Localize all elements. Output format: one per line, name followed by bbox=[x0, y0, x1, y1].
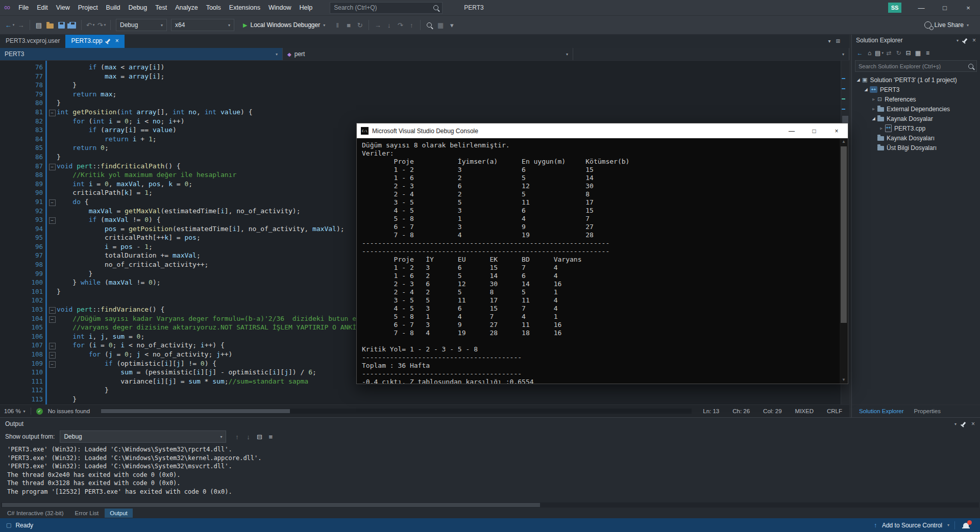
solution-platform-dropdown[interactable]: x64▾ bbox=[171, 19, 234, 31]
filter-node-kaynak-dosyalari[interactable]: Kaynak Dosyaları bbox=[852, 133, 980, 143]
fold-collapse-icon[interactable] bbox=[47, 215, 57, 224]
fold-collapse-icon[interactable] bbox=[47, 108, 57, 117]
console-minimize-button[interactable]: — bbox=[780, 123, 803, 138]
minimize-button[interactable]: — bbox=[910, 0, 933, 15]
close-icon[interactable]: × bbox=[972, 37, 976, 44]
menu-item-file[interactable]: File bbox=[14, 0, 33, 15]
scrollbar-thumb[interactable] bbox=[841, 146, 847, 323]
clear-all-icon[interactable]: ⊟ bbox=[254, 431, 264, 442]
account-avatar[interactable]: SS bbox=[888, 3, 901, 13]
sync-with-active-document-icon[interactable]: ↻ bbox=[894, 48, 903, 58]
active-files-dropdown-icon[interactable]: ▾ bbox=[828, 38, 831, 44]
redo-icon[interactable]: ↷▾ bbox=[96, 19, 107, 31]
output-log[interactable]: 'PERT3.exe' (Win32): Loaded 'C:\Windows\… bbox=[0, 443, 980, 502]
console-title-bar[interactable]: C:\ Microsoft Visual Studio Debug Consol… bbox=[357, 123, 848, 138]
bookmark-icon[interactable]: ▦ bbox=[435, 19, 446, 31]
navigate-forward-icon[interactable]: → bbox=[16, 19, 26, 31]
solution-explorer-search-box[interactable]: Search Solution Explorer (Ctrl+ş) bbox=[855, 60, 977, 72]
file-node-pert3-cpp[interactable]: ▹++PERT3.cpp bbox=[852, 123, 980, 133]
external-dependencies-node[interactable]: ▹External Dependencies bbox=[852, 104, 980, 114]
window-position-icon[interactable]: ▾ bbox=[957, 38, 959, 43]
close-icon[interactable]: × bbox=[971, 420, 975, 427]
menu-item-edit[interactable]: Edit bbox=[33, 0, 52, 15]
step-into-icon[interactable]: ↓ bbox=[384, 19, 394, 31]
open-file-icon[interactable] bbox=[45, 19, 55, 31]
fold-collapse-icon[interactable] bbox=[47, 305, 57, 314]
scrollbar-thumb[interactable] bbox=[101, 409, 290, 413]
filter-node-ust-bilgi-dosyalari[interactable]: Üst Bilgi Dosyaları bbox=[852, 143, 980, 153]
quick-search-box[interactable]: Search (Ctrl+Q) bbox=[330, 2, 443, 14]
document-tab[interactable]: PERT3.vcxproj.user bbox=[0, 34, 65, 48]
panel-tab-output[interactable]: Output bbox=[105, 509, 133, 518]
pin-icon[interactable] bbox=[964, 38, 967, 42]
start-debugging-button[interactable]: ▶ Local Windows Debugger ▾ bbox=[238, 19, 330, 31]
fold-collapse-icon[interactable] bbox=[47, 314, 57, 323]
word-wrap-icon[interactable]: ≡ bbox=[265, 431, 276, 442]
console-body[interactable]: Düğüm sayısı 8 olarak belirlenmiştir. Ve… bbox=[357, 138, 848, 384]
fold-collapse-icon[interactable] bbox=[47, 341, 57, 350]
menu-item-project[interactable]: Project bbox=[74, 0, 102, 15]
dock-tab-properties[interactable]: Properties bbox=[909, 406, 946, 416]
search-icon[interactable] bbox=[433, 5, 438, 10]
step-out-icon[interactable]: ↑ bbox=[406, 19, 416, 31]
console-maximize-button[interactable]: □ bbox=[803, 123, 825, 138]
find-in-files-icon[interactable] bbox=[424, 19, 434, 31]
console-close-button[interactable]: × bbox=[825, 123, 848, 138]
dock-tab-solution-explorer[interactable]: Solution Explorer bbox=[854, 406, 909, 416]
console-scrollbar[interactable]: ▲ ▼ bbox=[840, 138, 848, 384]
close-tab-icon[interactable]: × bbox=[115, 37, 119, 44]
column-indicator[interactable]: Col: 29 bbox=[763, 408, 781, 414]
menu-item-help[interactable]: Help bbox=[295, 0, 316, 15]
menu-item-debug[interactable]: Debug bbox=[124, 0, 151, 15]
document-tab[interactable]: PERT3.cpp× bbox=[65, 34, 124, 48]
save-icon[interactable] bbox=[56, 19, 66, 31]
menu-item-test[interactable]: Test bbox=[151, 0, 171, 15]
previous-message-icon[interactable]: ↑ bbox=[232, 431, 242, 442]
step-over-icon[interactable]: ↷ bbox=[395, 19, 405, 31]
output-source-dropdown[interactable]: Debug ▾ bbox=[60, 430, 226, 443]
chevron-down-icon[interactable]: ▾ bbox=[947, 523, 949, 527]
project-node-pert3[interactable]: ◢++PERT3 bbox=[852, 85, 980, 94]
search-icon[interactable] bbox=[968, 64, 973, 69]
output-horizontal-scrollbar[interactable] bbox=[1, 502, 979, 508]
document-health-icon[interactable]: ✓ bbox=[36, 408, 43, 415]
line-indicator[interactable]: Ln: 13 bbox=[703, 408, 719, 414]
tree-expander-icon[interactable]: ▹ bbox=[878, 126, 885, 131]
collapse-all-icon[interactable]: ⊟ bbox=[904, 48, 913, 58]
toolbar-options-icon[interactable]: ▾ bbox=[447, 19, 457, 31]
debug-console-window[interactable]: C:\ Microsoft Visual Studio Debug Consol… bbox=[356, 123, 848, 384]
background-tasks-icon[interactable]: ▢ bbox=[6, 522, 11, 528]
save-all-icon[interactable] bbox=[67, 19, 78, 31]
properties-icon[interactable]: ≡ bbox=[923, 48, 932, 58]
encoding-indicator[interactable]: MIXED bbox=[795, 408, 814, 414]
tree-expander-icon[interactable]: ◢ bbox=[855, 78, 862, 82]
pin-icon[interactable] bbox=[962, 422, 966, 426]
scroll-down-icon[interactable]: ▼ bbox=[840, 376, 848, 384]
solution-configuration-dropdown[interactable]: Debug▾ bbox=[116, 19, 167, 31]
menu-item-view[interactable]: View bbox=[52, 0, 74, 15]
menu-item-build[interactable]: Build bbox=[102, 0, 125, 15]
panel-tab-c-interactive-32-bit[interactable]: C# Interactive (32-bit) bbox=[2, 509, 69, 518]
navbar-member-dropdown[interactable]: ▾ bbox=[573, 48, 849, 60]
references-node[interactable]: ▹⊡References bbox=[852, 94, 980, 104]
stop-debugging-icon[interactable]: ■ bbox=[344, 19, 354, 31]
show-all-files-icon[interactable]: ▦ bbox=[914, 48, 922, 58]
live-share-button[interactable]: Live Share ▾ bbox=[924, 21, 969, 29]
add-to-source-control-button[interactable]: Add to Source Control bbox=[882, 522, 942, 529]
tree-expander-icon[interactable]: ▹ bbox=[870, 107, 877, 111]
tree-expander-icon[interactable]: ◢ bbox=[863, 87, 869, 92]
navigate-back-icon[interactable]: ←▾ bbox=[5, 19, 15, 31]
menu-item-tools[interactable]: Tools bbox=[202, 0, 225, 15]
break-all-icon[interactable]: ‖ bbox=[332, 19, 342, 31]
pin-tab-icon[interactable] bbox=[106, 39, 110, 43]
filter-node-kaynak-dosyalar[interactable]: ◢Kaynak Dosyalar bbox=[852, 114, 980, 123]
fold-collapse-icon[interactable] bbox=[47, 350, 57, 359]
editor-horizontal-scrollbar[interactable] bbox=[101, 409, 692, 414]
notifications-bell-icon[interactable] bbox=[963, 523, 969, 527]
window-position-icon[interactable]: ▾ bbox=[954, 422, 957, 426]
fold-collapse-icon[interactable] bbox=[47, 197, 57, 207]
show-next-statement-icon[interactable]: → bbox=[373, 19, 383, 31]
next-message-icon[interactable]: ↓ bbox=[243, 431, 253, 442]
restart-icon[interactable]: ↻ bbox=[355, 19, 365, 31]
maximize-button[interactable]: □ bbox=[933, 0, 957, 15]
